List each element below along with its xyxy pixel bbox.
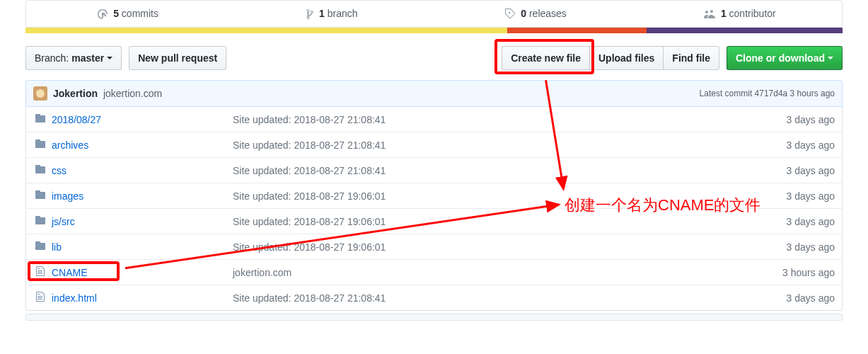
chevron-down-icon — [107, 57, 112, 59]
folder-icon — [33, 189, 47, 202]
file-name-cell: lib — [52, 241, 233, 253]
file-commit-msg-link[interactable]: Site updated: 2018-08-27 19:06:01 — [233, 216, 386, 227]
file-row: CNAMEjokertion.com3 hours ago — [26, 259, 842, 285]
file-name-cell: CNAME — [52, 267, 233, 278]
file-commit-msg: Site updated: 2018-08-27 21:08:41 — [233, 114, 787, 125]
commit-author-link[interactable]: Jokertion — [53, 88, 98, 99]
file-commit-msg-link[interactable]: Site updated: 2018-08-27 21:08:41 — [233, 292, 386, 304]
tag-icon — [505, 8, 515, 20]
file-link[interactable]: css — [52, 165, 66, 176]
file-commit-msg-link[interactable]: jokertion.com — [233, 267, 291, 278]
new-pull-request-button[interactable]: New pull request — [129, 46, 226, 70]
chevron-down-icon — [828, 57, 833, 59]
file-link[interactable]: lib — [52, 241, 62, 253]
file-commit-msg-link[interactable]: Site updated: 2018-08-27 19:06:01 — [233, 241, 386, 253]
clone-label: Clone or download — [736, 51, 825, 65]
file-age: 3 days ago — [787, 216, 835, 227]
stat-commits[interactable]: 5 commits — [26, 1, 230, 27]
stat-releases[interactable]: 0 releases — [434, 1, 638, 27]
history-icon — [98, 8, 108, 20]
file-commit-msg: Site updated: 2018-08-27 21:08:41 — [233, 139, 787, 151]
file-toolbar: Branch: master New pull request Create n… — [25, 46, 843, 70]
file-commit-msg: Site updated: 2018-08-27 21:08:41 — [233, 292, 787, 304]
file-age: 3 days ago — [787, 241, 835, 253]
file-icon — [33, 291, 47, 304]
file-name-cell: index.html — [52, 292, 233, 304]
bottom-band — [25, 314, 843, 321]
stat-commits-label: commits — [122, 8, 158, 19]
file-commit-msg-link[interactable]: Site updated: 2018-08-27 21:08:41 — [233, 114, 386, 125]
stat-commits-count: 5 — [113, 8, 119, 19]
stat-branches-count: 1 — [319, 8, 325, 19]
latest-commit-bar: Jokertion jokertion.com Latest commit 47… — [25, 80, 843, 107]
lang-segment-html — [507, 28, 646, 33]
find-file-button[interactable]: Find file — [663, 46, 719, 70]
stat-branches-label: branch — [328, 8, 358, 19]
file-age: 3 days ago — [787, 292, 835, 304]
file-name-cell: 2018/08/27 — [52, 114, 233, 125]
folder-icon — [33, 138, 47, 152]
file-row: libSite updated: 2018-08-27 19:06:013 da… — [26, 234, 842, 259]
people-icon — [704, 8, 715, 20]
stat-branches[interactable]: 1 branch — [230, 1, 434, 27]
file-name-cell: css — [52, 165, 233, 176]
file-link[interactable]: index.html — [52, 292, 97, 304]
commit-time: 3 hours ago — [787, 88, 835, 98]
file-name-cell: archives — [52, 139, 233, 151]
file-row: archivesSite updated: 2018-08-27 21:08:4… — [26, 132, 842, 157]
file-row: 2018/08/27Site updated: 2018-08-27 21:08… — [26, 107, 842, 132]
stat-releases-label: releases — [529, 8, 567, 19]
file-row: index.htmlSite updated: 2018-08-27 21:08… — [26, 285, 842, 310]
file-commit-msg: Site updated: 2018-08-27 19:06:01 — [233, 216, 787, 227]
lang-segment-css — [647, 28, 843, 33]
file-commit-msg-link[interactable]: Site updated: 2018-08-27 21:08:41 — [233, 165, 386, 176]
folder-icon — [33, 215, 47, 228]
lang-segment-js — [25, 28, 507, 33]
upload-files-button[interactable]: Upload files — [589, 46, 664, 70]
file-age: 3 hours ago — [782, 267, 835, 278]
file-age: 3 days ago — [787, 114, 835, 125]
file-commit-msg: jokertion.com — [233, 267, 782, 278]
repo-stats-bar: 5 commits 1 branch 0 releases 1 contribu… — [25, 0, 843, 28]
file-list: 2018/08/27Site updated: 2018-08-27 21:08… — [25, 107, 843, 311]
file-link[interactable]: 2018/08/27 — [52, 114, 101, 125]
file-commit-msg-link[interactable]: Site updated: 2018-08-27 21:08:41 — [233, 139, 386, 151]
file-commit-msg: Site updated: 2018-08-27 19:06:01 — [233, 241, 787, 253]
stat-contributors-label: contributor — [729, 8, 776, 19]
file-name-cell: images — [52, 190, 233, 202]
file-link[interactable]: CNAME — [52, 267, 88, 278]
create-new-file-button[interactable]: Create new file — [502, 46, 590, 70]
file-commit-msg: Site updated: 2018-08-27 21:08:41 — [233, 165, 787, 176]
commit-meta: Latest commit 4717d4a 3 hours ago — [700, 88, 835, 98]
file-row: imagesSite updated: 2018-08-27 19:06:013… — [26, 183, 842, 208]
commit-message-link[interactable]: jokertion.com — [103, 88, 162, 99]
stat-releases-count: 0 — [521, 8, 526, 19]
file-action-group: Create new file Upload files Find file — [502, 46, 719, 70]
file-commit-msg: Site updated: 2018-08-27 19:06:01 — [233, 190, 787, 202]
file-row: js/srcSite updated: 2018-08-27 19:06:013… — [26, 208, 842, 234]
file-link[interactable]: js/src — [52, 216, 75, 227]
branch-name: master — [71, 51, 104, 65]
file-link[interactable]: images — [52, 190, 83, 202]
file-row: cssSite updated: 2018-08-27 21:08:413 da… — [26, 157, 842, 183]
stat-contributors[interactable]: 1 contributor — [638, 1, 842, 27]
file-age: 3 days ago — [787, 139, 835, 151]
file-name-cell: js/src — [52, 216, 233, 227]
avatar[interactable] — [33, 86, 47, 101]
stat-contributors-count: 1 — [721, 8, 727, 19]
file-age: 3 days ago — [787, 190, 835, 202]
folder-icon — [33, 113, 47, 126]
clone-download-button[interactable]: Clone or download — [727, 46, 843, 70]
file-icon — [33, 266, 47, 279]
branch-icon — [306, 8, 313, 20]
branch-selector-button[interactable]: Branch: master — [25, 46, 122, 70]
file-age: 3 days ago — [787, 165, 835, 176]
folder-icon — [33, 240, 47, 253]
commit-sha-link[interactable]: 4717d4a — [755, 88, 788, 98]
latest-commit-label: Latest commit — [700, 88, 755, 98]
language-color-strip[interactable] — [25, 28, 843, 33]
branch-prefix: Branch: — [35, 51, 69, 65]
file-link[interactable]: archives — [52, 139, 88, 151]
folder-icon — [33, 164, 47, 177]
file-commit-msg-link[interactable]: Site updated: 2018-08-27 19:06:01 — [233, 190, 386, 202]
